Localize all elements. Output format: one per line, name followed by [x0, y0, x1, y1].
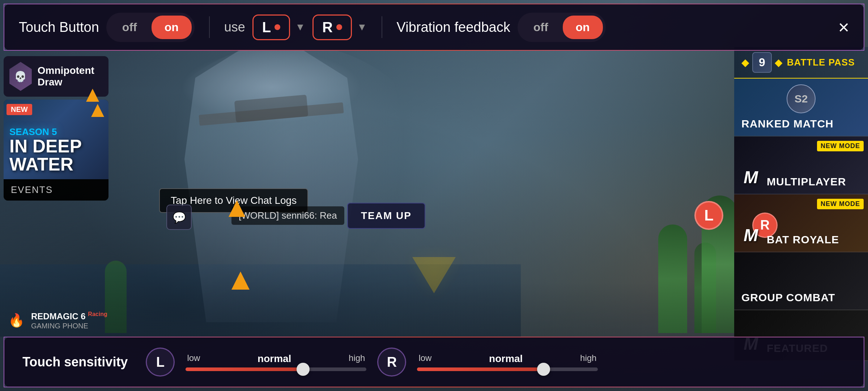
- right-panel: ◆ 9 ◆ BATTLE PASS S2 RANKED MATCH NEW MO…: [734, 47, 868, 361]
- r-joystick-group: R ▼: [312, 14, 367, 40]
- sensitivity-label: Touch sensitivity: [22, 354, 128, 370]
- group-label: GROUP COMBAT: [741, 291, 835, 304]
- divider-1: [209, 16, 210, 38]
- l-sensitivity-btn[interactable]: L: [146, 348, 175, 377]
- rm-sub: GAMING PHONE: [31, 322, 107, 330]
- redmagic-branding: 🔥 REDMAGIC 6 Racing GAMING PHONE: [7, 310, 107, 331]
- l-slider-fill: [186, 367, 303, 371]
- joystick-section: use L ▼ R ▼: [224, 14, 367, 40]
- l-slider-container: low normal high: [186, 353, 366, 371]
- diamond-icon2: ◆: [775, 56, 783, 68]
- omni-avatar: 💀: [9, 62, 32, 91]
- multiplayer-label: MULTIPLAYER: [767, 176, 846, 188]
- touch-button-off[interactable]: off: [109, 16, 150, 39]
- chat-icon: 💬: [173, 211, 186, 224]
- use-label: use: [224, 20, 245, 35]
- r-dot: [336, 24, 342, 30]
- tree-right: [658, 224, 687, 333]
- br-label: BAT ROYALE: [767, 234, 839, 246]
- season-label: SEASON 5: [9, 127, 103, 137]
- ranked-badge: S2: [787, 84, 816, 113]
- rm-text-group: REDMAGIC 6 Racing GAMING PHONE: [31, 311, 107, 330]
- bp-label: BATTLE PASS: [787, 57, 855, 68]
- world-message: [WORLD] senni66: Rea: [231, 206, 344, 225]
- events-warning: [91, 104, 104, 117]
- center-emblem: [412, 257, 456, 300]
- new-badge: NEW: [7, 104, 32, 115]
- br-logo: M: [740, 224, 762, 246]
- tree-left: [105, 261, 127, 333]
- multiplayer-new-mode: NEW MODE: [817, 141, 864, 151]
- battle-pass-banner[interactable]: ◆ 9 ◆ BATTLE PASS: [734, 47, 868, 79]
- touch-button-section: Touch Button off on: [19, 13, 195, 42]
- rm-logo: 🔥: [7, 310, 25, 331]
- l-slider-track[interactable]: [186, 367, 366, 371]
- r-slider-container: low normal high: [417, 353, 598, 371]
- ranked-match-card[interactable]: S2 RANKED MATCH: [734, 79, 868, 136]
- top-toolbar: Touch Button off on use L ▼ R ▼ Vibrat: [4, 4, 864, 51]
- l-joystick-group: L ▼: [252, 14, 305, 40]
- l-dot: [275, 24, 280, 30]
- r-joystick-btn[interactable]: R: [312, 14, 352, 40]
- events-card[interactable]: NEW SEASON 5 IN DEEP WATER EVENTS: [4, 100, 109, 201]
- events-label: EVENTS: [4, 179, 109, 201]
- omni-label: Omnipotent Draw: [38, 65, 103, 88]
- bp-number: 9: [752, 52, 772, 73]
- l-dropdown-arrow[interactable]: ▼: [295, 21, 305, 33]
- divider-2: [382, 16, 382, 38]
- season-title1: IN DEEP: [9, 137, 103, 155]
- r-slider-fill: [417, 367, 544, 371]
- vibration-on[interactable]: on: [563, 16, 603, 39]
- r-slider-thumb[interactable]: [537, 363, 550, 376]
- battle-royale-card[interactable]: NEW MODE R M BAT ROYALE: [734, 194, 868, 252]
- l-joystick-btn[interactable]: L: [252, 14, 290, 40]
- multiplayer-card[interactable]: NEW MODE M MULTIPLAYER: [734, 136, 868, 194]
- ranked-label: RANKED MATCH: [741, 118, 834, 130]
- vibration-section: Vibration feedback off on: [397, 13, 606, 42]
- l-indicator: L: [694, 201, 723, 230]
- l-slider-labels: low normal high: [186, 353, 366, 365]
- vibration-toggle: off on: [518, 13, 606, 42]
- r-dropdown-arrow[interactable]: ▼: [357, 21, 367, 33]
- season-title2: WATER: [9, 155, 103, 173]
- touch-button-label: Touch Button: [19, 20, 99, 35]
- vibration-off[interactable]: off: [520, 16, 561, 39]
- group-combat-card[interactable]: GROUP COMBAT: [734, 252, 868, 310]
- flame-icon: 🔥: [8, 313, 25, 328]
- diamond-icon: ◆: [741, 56, 749, 68]
- r-sensitivity-btn[interactable]: R: [377, 348, 406, 377]
- rm-model: REDMAGIC 6 Racing: [31, 311, 107, 322]
- bottom-toolbar: Touch sensitivity L low normal high R lo…: [4, 337, 864, 387]
- vibration-label: Vibration feedback: [397, 20, 510, 35]
- bp-icon-group: ◆ 9 ◆: [741, 52, 783, 73]
- close-button[interactable]: ×: [838, 18, 849, 37]
- multiplayer-logo: M: [740, 166, 762, 188]
- r-slider-labels: low normal high: [417, 353, 598, 365]
- l-slider-thumb[interactable]: [297, 363, 310, 376]
- left-panel: 💀 Omnipotent Draw NEW SEASON 5 IN DEEP W…: [4, 56, 109, 203]
- team-up-button[interactable]: TEAM UP: [347, 203, 425, 229]
- chat-icon-box[interactable]: 💬: [166, 205, 192, 230]
- touch-button-toggle: off on: [106, 13, 195, 42]
- events-banner: NEW SEASON 5 IN DEEP WATER: [4, 100, 109, 179]
- r-slider-track[interactable]: [417, 367, 598, 371]
- br-new-mode: NEW MODE: [817, 199, 864, 209]
- touch-button-on[interactable]: on: [152, 16, 192, 39]
